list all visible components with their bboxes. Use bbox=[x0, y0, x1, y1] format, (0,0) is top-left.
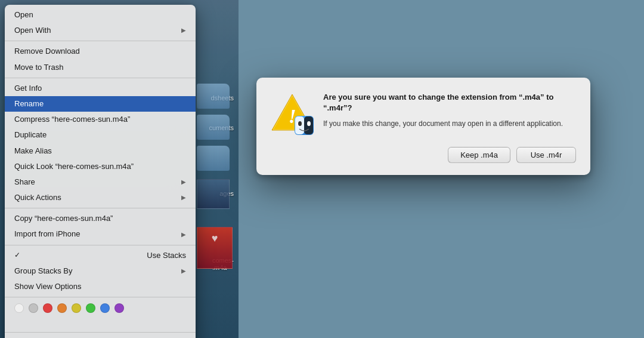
submenu-arrow-share: ▶ bbox=[181, 178, 186, 186]
menu-item-open[interactable]: Open bbox=[5, 7, 196, 23]
tag-dot-purple[interactable] bbox=[114, 303, 124, 313]
submenu-arrow: ▶ bbox=[181, 26, 186, 35]
menu-item-quick-look[interactable]: Quick Look “here-comes-sun.m4a” bbox=[5, 159, 196, 174]
tag-dot-orange[interactable] bbox=[57, 303, 67, 313]
dialog-icon: ! bbox=[271, 92, 314, 135]
bg-folder-2 bbox=[197, 115, 230, 140]
bg-image-1 bbox=[197, 179, 230, 209]
separator-3 bbox=[5, 208, 196, 208]
context-menu: Open Open With ▶ Remove Download Move to… bbox=[5, 5, 196, 338]
menu-item-share[interactable]: Share ▶ bbox=[5, 174, 196, 190]
menu-item-show-view-options[interactable]: Show View Options bbox=[5, 279, 196, 294]
tag-dots-row bbox=[5, 300, 196, 317]
submenu-arrow-import: ▶ bbox=[181, 231, 186, 239]
extension-change-dialog: ! bbox=[256, 78, 590, 175]
menu-item-copy[interactable]: Copy “here-comes-sun.m4a” bbox=[5, 211, 196, 226]
submenu-arrow-group: ▶ bbox=[181, 267, 186, 275]
menu-item-remove-download[interactable]: Remove Download bbox=[5, 44, 196, 59]
dialog-content: ! bbox=[271, 92, 576, 135]
menu-item-group-stacks-by[interactable]: Group Stacks By ▶ bbox=[5, 263, 196, 279]
separator-4 bbox=[5, 245, 196, 245]
use-extension-button[interactable]: Use .m4r bbox=[516, 147, 576, 163]
tag-dot-none[interactable] bbox=[14, 303, 24, 313]
submenu-arrow-quick-actions: ▶ bbox=[181, 193, 186, 202]
separator-1 bbox=[5, 41, 196, 41]
bg-folder-3 bbox=[197, 146, 230, 171]
tag-dot-gray[interactable] bbox=[29, 303, 38, 313]
tag-dot-green[interactable] bbox=[86, 303, 95, 313]
menu-item-import-iphone[interactable]: Import from iPhone ▶ bbox=[5, 226, 196, 242]
dialog-body: If you make this change, your document m… bbox=[323, 118, 576, 129]
keep-extension-button[interactable]: Keep .m4a bbox=[448, 147, 510, 163]
dialog-text-content: Are you sure you want to change the exte… bbox=[323, 92, 576, 129]
separator-6 bbox=[5, 332, 196, 333]
menu-item-get-info[interactable]: Get Info bbox=[5, 81, 196, 96]
menu-item-make-alias[interactable]: Make Alias bbox=[5, 143, 196, 159]
tag-dot-red[interactable] bbox=[43, 303, 52, 313]
finder-mascot-icon bbox=[295, 116, 314, 135]
svg-point-9 bbox=[307, 121, 311, 126]
menu-item-open-with[interactable]: Open With ▶ bbox=[5, 23, 196, 38]
separator-5 bbox=[5, 297, 196, 297]
dialog-title: Are you sure you want to change the exte… bbox=[323, 92, 576, 113]
svg-point-6 bbox=[298, 121, 302, 126]
tag-dot-yellow[interactable] bbox=[72, 303, 81, 313]
menu-item-services[interactable]: ▶ bbox=[5, 335, 196, 338]
menu-item-duplicate[interactable]: Duplicate bbox=[5, 127, 196, 143]
bg-folder-1 bbox=[197, 84, 230, 109]
separator-2 bbox=[5, 78, 196, 78]
menu-item-use-stacks[interactable]: Use Stacks bbox=[5, 248, 196, 263]
bg-image-2: ♥ bbox=[197, 227, 233, 269]
menu-item-tags[interactable] bbox=[5, 317, 196, 330]
tag-dot-blue[interactable] bbox=[100, 303, 110, 313]
menu-item-compress[interactable]: Compress “here-comes-sun.m4a” bbox=[5, 112, 196, 127]
menu-item-rename[interactable]: Rename bbox=[5, 96, 196, 112]
menu-item-quick-actions[interactable]: Quick Actions ▶ bbox=[5, 190, 196, 205]
menu-item-move-to-trash[interactable]: Move to Trash bbox=[5, 60, 196, 75]
bg-image-text: ♥ bbox=[212, 232, 218, 245]
dialog-buttons: Keep .m4a Use .m4r bbox=[271, 147, 576, 163]
